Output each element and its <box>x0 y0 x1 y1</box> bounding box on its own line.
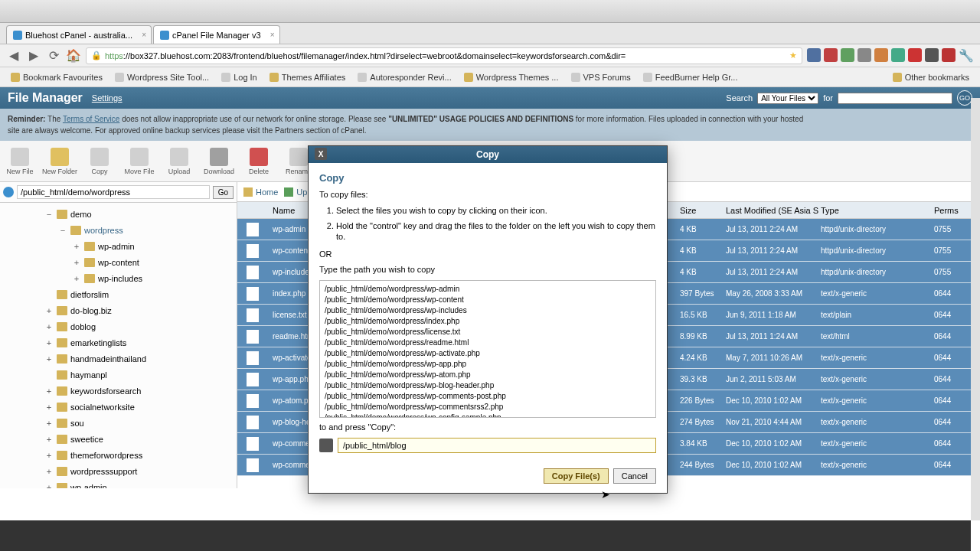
close-icon[interactable]: × <box>270 31 275 39</box>
folder-label: wp-includes <box>98 274 142 283</box>
tree-folder[interactable]: +wp-includes <box>0 270 237 286</box>
delete-button[interactable]: Delete <box>239 141 279 181</box>
tree-folder[interactable]: +do-blog.biz <box>0 302 237 318</box>
up-button[interactable]: Up <box>284 187 307 197</box>
search-input[interactable] <box>838 93 952 104</box>
tos-link[interactable]: Terms of Service <box>63 115 119 123</box>
extension-icon[interactable] <box>824 48 838 62</box>
new-file-button[interactable]: New File <box>0 141 40 181</box>
tree-folder[interactable]: +doblog <box>0 318 237 334</box>
expand-icon[interactable]: + <box>44 354 54 364</box>
expand-icon[interactable]: + <box>44 451 54 460</box>
copy-dialog: X Copy Copy To copy files: Select the fi… <box>308 145 668 494</box>
dialog-titlebar[interactable]: X Copy <box>309 146 667 163</box>
url-scheme: https <box>105 51 123 60</box>
tree-folder[interactable]: +emarketinglists <box>0 334 237 350</box>
destination-input[interactable] <box>338 438 656 453</box>
bookmark-feedburner[interactable]: FeedBurner Help Gr... <box>637 70 744 84</box>
extension-icon[interactable] <box>908 48 922 62</box>
folder-icon <box>84 258 95 267</box>
search-scope-select[interactable]: All Your Files <box>757 93 818 104</box>
bookmark-favourites[interactable]: Bookmark Favourites <box>5 70 109 84</box>
folder-label: doblog <box>70 322 96 331</box>
url-input[interactable]: 🔒 https://box327.bluehost.com:2083/front… <box>86 47 802 64</box>
bookmark-login[interactable]: Log In <box>215 70 263 84</box>
tree-folder[interactable]: −demo <box>0 206 237 222</box>
tree-folder[interactable]: +keywordsforsearch <box>0 383 237 399</box>
expand-icon[interactable]: + <box>44 386 54 396</box>
expand-icon[interactable]: + <box>44 306 54 315</box>
expand-icon[interactable]: + <box>72 274 81 283</box>
destination-row <box>319 438 656 453</box>
browser-tab-filemanager[interactable]: cPanel File Manager v3 × <box>153 25 280 44</box>
bookmark-themes[interactable]: Themes Affiliates <box>263 70 352 84</box>
settings-link[interactable]: Settings <box>92 93 122 103</box>
download-button[interactable]: Download <box>199 141 239 181</box>
expand-icon[interactable]: + <box>44 467 54 476</box>
cancel-button[interactable]: Cancel <box>613 468 656 484</box>
other-bookmarks[interactable]: Other bookmarks <box>887 70 975 84</box>
expand-icon[interactable]: + <box>44 338 54 347</box>
bookmark-vps[interactable]: VPS Forums <box>565 70 637 84</box>
extension-icon[interactable] <box>841 48 854 62</box>
col-date[interactable]: Last Modified (SE Asia S <box>726 206 821 215</box>
address-bar: ◀ ▶ ⟳ 🏠 🔒 https://box327.bluehost.com:20… <box>0 44 980 67</box>
forward-button[interactable]: ▶ <box>26 48 41 64</box>
bookmark-autoresponder[interactable]: Autoresponder Revi... <box>351 70 457 84</box>
extension-icon[interactable] <box>942 48 956 62</box>
expand-icon[interactable]: + <box>44 403 54 412</box>
extension-icon[interactable] <box>807 48 821 62</box>
expand-icon[interactable]: + <box>44 483 54 489</box>
tree-folder[interactable]: dietforslim <box>0 286 237 302</box>
path-input[interactable] <box>17 185 210 199</box>
folder-tree[interactable]: −demo−wordpress+wp-admin+wp-content+wp-i… <box>0 203 237 488</box>
expand-icon[interactable]: − <box>58 226 67 235</box>
expand-icon[interactable]: + <box>72 242 81 251</box>
source-files-list[interactable]: /public_html/demo/wordpress/wp-admin/pub… <box>319 280 656 418</box>
star-icon[interactable]: ★ <box>789 51 797 60</box>
file-type: text/x-generic <box>821 396 934 405</box>
tree-folder[interactable]: +socialnetworksite <box>0 399 237 415</box>
expand-icon[interactable]: + <box>44 419 54 428</box>
extension-icon[interactable] <box>858 48 871 62</box>
back-button[interactable]: ◀ <box>6 48 21 64</box>
expand-icon[interactable]: + <box>72 258 81 267</box>
move-file-button[interactable]: Move File <box>119 141 159 181</box>
scrollbar-vertical[interactable] <box>971 98 980 520</box>
upload-button[interactable]: Upload <box>159 141 199 181</box>
tree-folder[interactable]: +handmadeinthailand <box>0 350 237 367</box>
tree-folder[interactable]: +sou <box>0 415 237 431</box>
expand-icon[interactable]: + <box>44 435 54 444</box>
bookmark-wp-themes[interactable]: Wordpress Themes ... <box>458 70 565 84</box>
col-size[interactable]: Size <box>680 206 726 215</box>
tree-folder[interactable]: +wp-content <box>0 254 237 270</box>
tree-folder[interactable]: −wordpress <box>0 222 237 238</box>
copy-button[interactable]: Copy <box>80 141 119 181</box>
new-folder-button[interactable]: New Folder <box>40 141 80 181</box>
extension-icon[interactable] <box>891 48 905 62</box>
path-go-button[interactable]: Go <box>213 186 234 199</box>
tree-folder[interactable]: +sweetice <box>0 431 237 447</box>
copy-files-button[interactable]: Copy File(s) <box>544 468 609 484</box>
tree-folder[interactable]: +wordpresssupport <box>0 463 237 479</box>
close-button[interactable]: X <box>315 148 327 160</box>
wrench-icon[interactable]: 🔧 <box>959 48 974 64</box>
col-type[interactable]: Type <box>821 206 934 215</box>
extension-icon[interactable] <box>874 48 888 62</box>
tree-folder[interactable]: +wp-admin <box>0 238 237 254</box>
home-button[interactable]: 🏠 <box>66 48 81 64</box>
close-icon[interactable]: × <box>142 31 146 39</box>
source-file-path: /public_html/demo/wordpress/license.txt <box>325 327 651 337</box>
tree-folder[interactable]: +themeforwordpress <box>0 447 237 463</box>
bookmark-wp-site-tool[interactable]: Wordpress Site Tool... <box>109 70 215 84</box>
search-go-button[interactable]: GO <box>957 90 972 106</box>
home-button[interactable]: Home <box>243 187 278 197</box>
expand-icon[interactable]: − <box>44 210 54 219</box>
extension-icon[interactable] <box>925 48 939 62</box>
reload-button[interactable]: ⟳ <box>46 48 61 64</box>
tree-folder[interactable]: +wp-admin <box>0 479 237 488</box>
file-size: 226 Bytes <box>680 396 726 405</box>
browser-tab-bluehost[interactable]: Bluehost cPanel - australia... × <box>6 25 152 44</box>
tree-folder[interactable]: haymanpl <box>0 367 237 383</box>
expand-icon[interactable]: + <box>44 322 54 331</box>
